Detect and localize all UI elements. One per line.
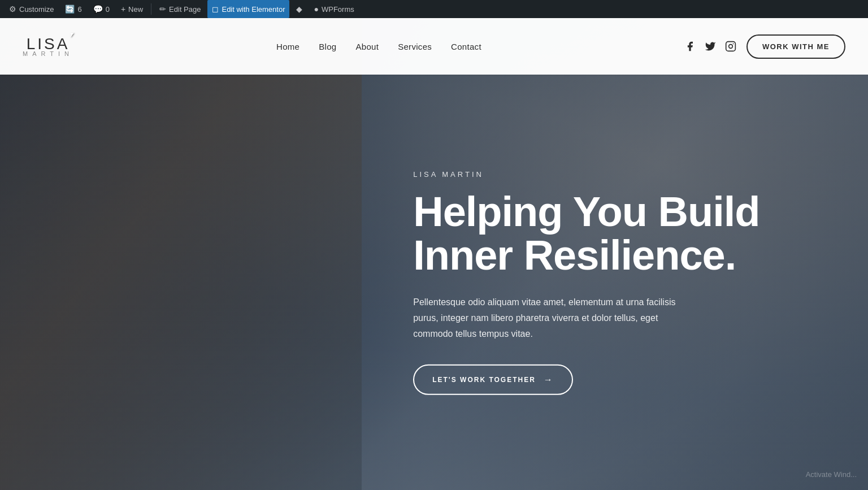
customize-button[interactable]: ⚙ Customize bbox=[5, 0, 58, 18]
nav-about[interactable]: About bbox=[348, 37, 387, 56]
svg-point-2 bbox=[733, 44, 734, 45]
activate-watermark: Activate Wind... bbox=[806, 470, 857, 479]
svg-rect-0 bbox=[726, 42, 736, 51]
hero-eyebrow: LISA MARTIN bbox=[413, 170, 823, 178]
revisions-icon: 🔄 bbox=[65, 5, 75, 14]
hero-section: LISA MARTIN Helping You Build Inner Resi… bbox=[0, 18, 868, 490]
edit-page-button[interactable]: ✏ Edit Page bbox=[155, 0, 205, 18]
hero-subtext: Pellentesque odio aliquam vitae amet, el… bbox=[413, 294, 684, 342]
hero-content: LISA MARTIN Helping You Build Inner Resi… bbox=[390, 170, 868, 394]
admin-bar: ⚙ Customize 🔄 6 💬 0 + New ✏ Edit Page ◻ … bbox=[0, 0, 868, 18]
hero-heading: Helping You Build Inner Resilience. bbox=[413, 189, 823, 277]
header-right: WORK WITH ME bbox=[684, 34, 845, 59]
nav-home[interactable]: Home bbox=[268, 37, 307, 56]
main-nav: Home Blog About Services Contact bbox=[268, 37, 489, 56]
comments-icon: 💬 bbox=[93, 5, 103, 14]
wpforms-icon: ● bbox=[314, 5, 318, 14]
logo-last-name: MARTIN bbox=[23, 51, 73, 57]
wpforms-button[interactable]: ● WPForms bbox=[309, 0, 358, 18]
twitter-icon[interactable] bbox=[705, 41, 716, 52]
plus-icon: + bbox=[121, 5, 125, 14]
comments-button[interactable]: 💬 0 bbox=[89, 0, 114, 18]
new-button[interactable]: + New bbox=[116, 0, 147, 18]
hero-person-area bbox=[0, 18, 362, 490]
work-with-me-button[interactable]: WORK WITH ME bbox=[747, 34, 845, 59]
social-icons bbox=[684, 41, 736, 52]
logo-first-name: LISA bbox=[27, 36, 70, 52]
site-wrapper: LISA MARTIN Helping You Build Inner Resi… bbox=[0, 18, 868, 490]
edit-elementor-button[interactable]: ◻ Edit with Elementor bbox=[207, 0, 289, 18]
nav-blog[interactable]: Blog bbox=[311, 37, 344, 56]
site-header: LISA MARTIN Home Blog About Services Con… bbox=[0, 18, 868, 75]
arrow-icon: → bbox=[544, 375, 554, 385]
yoast-icon: ◆ bbox=[296, 5, 302, 14]
elementor-icon: ◻ bbox=[212, 5, 219, 14]
instagram-icon[interactable] bbox=[725, 41, 736, 52]
revisions-button[interactable]: 🔄 6 bbox=[60, 0, 86, 18]
site-logo[interactable]: LISA MARTIN bbox=[23, 36, 73, 57]
separator bbox=[151, 3, 151, 15]
facebook-icon[interactable] bbox=[684, 41, 696, 52]
nav-services[interactable]: Services bbox=[390, 37, 440, 56]
yoast-button[interactable]: ◆ bbox=[292, 0, 307, 18]
svg-point-1 bbox=[729, 45, 733, 49]
nav-contact[interactable]: Contact bbox=[443, 37, 489, 56]
edit-icon: ✏ bbox=[159, 5, 166, 14]
hero-cta-button[interactable]: LET'S WORK TOGETHER → bbox=[413, 365, 573, 395]
customize-icon: ⚙ bbox=[9, 5, 16, 14]
